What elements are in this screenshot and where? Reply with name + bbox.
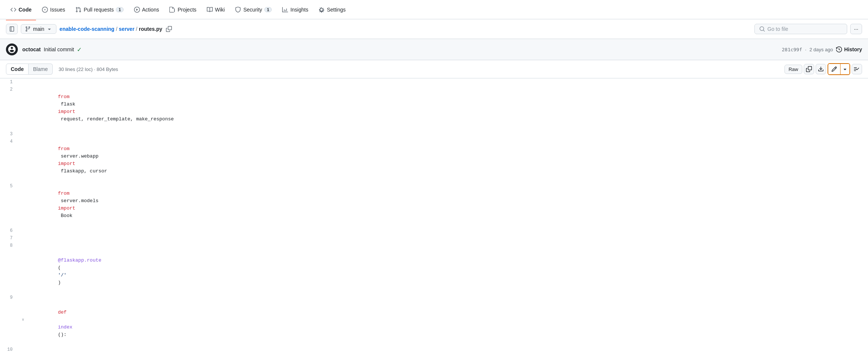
line-content: [27, 130, 868, 138]
code-icon: [10, 7, 16, 13]
symbol-icon: [854, 66, 860, 72]
edit-dropdown-button[interactable]: [841, 64, 849, 74]
verified-icon: ✓: [77, 46, 82, 53]
breadcrumb-sep-1: /: [116, 26, 117, 32]
breadcrumb-current: routes.py: [139, 26, 162, 32]
keyword: from: [58, 191, 69, 196]
file-toolbar: main enable-code-scanning / server / rou…: [0, 19, 868, 39]
line-number: 10: [0, 346, 19, 353]
line-content: [27, 234, 868, 242]
line-expand: [19, 346, 27, 353]
settings-icon: [319, 7, 324, 13]
actions-icon: [134, 7, 140, 13]
ellipsis-icon: ···: [854, 26, 858, 32]
table-row: 2 from flask import request, render_temp…: [0, 86, 868, 130]
line-content: from server.models import Book: [27, 182, 868, 227]
table-row: 9 ∨ def index ():: [0, 294, 868, 346]
breadcrumb-link-2[interactable]: server: [119, 26, 134, 32]
nav-item-projects[interactable]: Projects: [165, 4, 201, 16]
pencil-icon: [831, 66, 837, 72]
history-button[interactable]: History: [836, 46, 862, 52]
nav-item-wiki[interactable]: Wiki: [202, 4, 229, 16]
line-expand: [19, 182, 27, 227]
nav-label-actions: Actions: [142, 7, 159, 13]
more-options-button[interactable]: ···: [850, 24, 862, 34]
code-header: Code Blame 30 lines (22 loc) · 804 Bytes…: [0, 60, 868, 78]
line-number: 7: [0, 234, 19, 242]
nav-label-issues: Issues: [50, 7, 65, 13]
string-literal: '/': [58, 272, 66, 278]
nav-label-security: Security: [243, 7, 262, 13]
code-container: 1 2 from flask import request, render_te…: [0, 78, 868, 353]
code-tab-blame[interactable]: Blame: [29, 64, 53, 75]
line-number: 4: [0, 138, 19, 182]
table-row: 4 from server.webapp import flaskapp, cu…: [0, 138, 868, 182]
decorator: @flaskapp.route: [58, 258, 101, 263]
copy-path-button[interactable]: [164, 24, 174, 34]
copy-raw-button[interactable]: [804, 64, 814, 74]
table-row: 8 @flaskapp.route ( '/' ): [0, 242, 868, 294]
line-content: def index ():: [27, 294, 868, 346]
nav-item-settings[interactable]: Settings: [314, 4, 350, 16]
line-expand: [19, 227, 27, 234]
line-number: 5: [0, 182, 19, 227]
line-expand: [19, 86, 27, 130]
pull-request-icon: [75, 7, 81, 13]
line-number: 3: [0, 130, 19, 138]
search-placeholder: Go to file: [767, 26, 788, 32]
table-row: 3: [0, 130, 868, 138]
line-content: name = request.args.get( 'name' ): [27, 346, 868, 353]
nav-label-settings: Settings: [327, 7, 346, 13]
nav-item-actions[interactable]: Actions: [130, 4, 164, 16]
keyword: from: [58, 146, 69, 152]
breadcrumb-link-1[interactable]: enable-code-scanning: [59, 26, 114, 32]
nav-item-issues[interactable]: Issues: [37, 4, 69, 16]
download-button[interactable]: [816, 64, 826, 74]
search-icon: [759, 26, 765, 32]
line-expand[interactable]: ∨: [19, 294, 27, 346]
commit-sha[interactable]: 281c99f: [782, 47, 802, 52]
line-content: from flask import request, render_templa…: [27, 86, 868, 130]
branch-selector[interactable]: main: [21, 24, 56, 34]
author-avatar: [6, 43, 18, 55]
nav-label-code: Code: [19, 7, 32, 13]
commit-separator: ·: [805, 47, 807, 52]
line-content: @flaskapp.route ( '/' ): [27, 242, 868, 294]
nav-item-security[interactable]: Security 1: [231, 4, 276, 16]
line-content: [27, 227, 868, 234]
sidebar-toggle-button[interactable]: [6, 24, 18, 34]
table-row: 10 name = request.args.get( 'name' ): [0, 346, 868, 353]
nav-label-insights: Insights: [290, 7, 308, 13]
breadcrumb: enable-code-scanning / server / routes.p…: [59, 24, 174, 34]
security-badge: 1: [264, 7, 272, 12]
edit-file-button[interactable]: [828, 64, 840, 74]
function-name: index: [58, 324, 72, 330]
file-meta: 30 lines (22 loc) · 804 Bytes: [59, 67, 118, 72]
table-row: 7: [0, 234, 868, 242]
line-number: 1: [0, 78, 19, 86]
branch-name: main: [33, 26, 44, 32]
nav-item-insights[interactable]: Insights: [278, 4, 313, 16]
raw-button[interactable]: Raw: [784, 65, 802, 74]
symbol-button[interactable]: [852, 64, 862, 74]
keyword-def: def: [58, 310, 66, 315]
line-number: 2: [0, 86, 19, 130]
nav-label-pull-requests: Pull requests: [84, 7, 114, 13]
download-icon: [818, 66, 824, 72]
code-table: 1 2 from flask import request, render_te…: [0, 78, 868, 353]
keyword: import: [58, 205, 75, 211]
nav-item-pull-requests[interactable]: Pull requests 1: [71, 4, 128, 16]
code-tab-code[interactable]: Code: [6, 64, 29, 75]
table-row: 6: [0, 227, 868, 234]
top-nav: Code Issues Pull requests 1 Actions: [0, 0, 868, 19]
nav-item-code[interactable]: Code: [6, 4, 36, 16]
nav-label-projects: Projects: [177, 7, 196, 13]
pull-requests-badge: 1: [116, 7, 123, 12]
line-number: 6: [0, 227, 19, 234]
table-row: 1: [0, 78, 868, 86]
line-expand: [19, 234, 27, 242]
wiki-icon: [207, 7, 213, 13]
projects-icon: [169, 7, 175, 13]
go-to-file-search[interactable]: Go to file: [754, 24, 847, 34]
line-number: 8: [0, 242, 19, 294]
